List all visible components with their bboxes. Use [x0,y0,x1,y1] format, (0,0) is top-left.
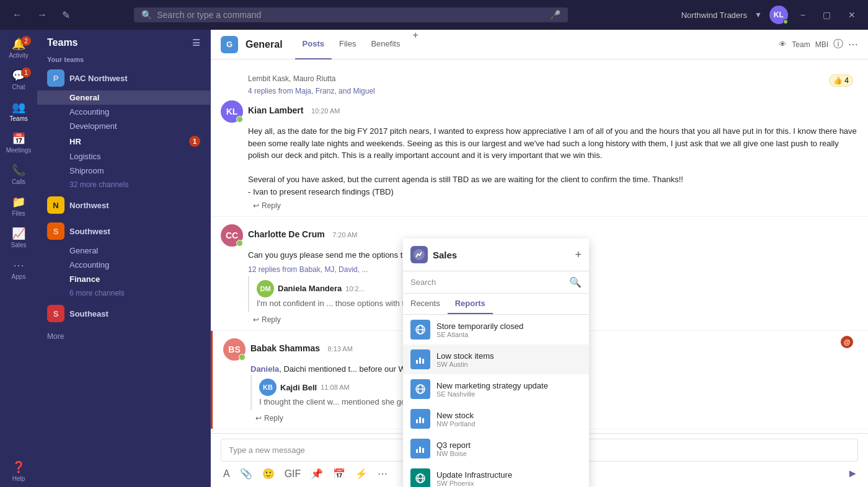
channel-row-accounting[interactable]: Accounting [37,105,210,119]
tab-files[interactable]: Files [332,30,363,59]
compose-button[interactable]: ✎ [57,7,75,24]
dropdown-item-store-closed[interactable]: Store temporarily closed SE Atlanta [403,315,589,344]
avatar-kian: KL [221,100,243,123]
icon-sidebar: 🔔 Activity 2 💬 Chat 1 👥 Teams 📅 Meetings… [0,30,37,487]
dropdown-tab-recents[interactable]: Recents [403,294,448,314]
dropdown-tab-reports[interactable]: Reports [448,294,493,314]
team-name-southwest: Southwest [69,227,185,236]
svg-rect-11 [419,417,421,423]
dropdown-item-marketing[interactable]: New marketing strategy update SE Nashvil… [403,374,589,404]
dropdown-search-input[interactable] [410,278,564,287]
message-placeholder: Type a new message [229,445,305,455]
msg-content-kian: Kian Lambert 10:20 AM [248,105,858,116]
dropdown-item-q3[interactable]: Q3 report NW Boise [403,434,589,463]
view-icon: 👁 [779,40,787,49]
thread-replies-link[interactable]: 4 replies from Maja, Franz, and Miguel [248,87,858,95]
close-button[interactable]: ✕ [843,7,861,22]
sidebar-item-apps[interactable]: ⋯ Apps [0,253,37,285]
search-input[interactable] [157,10,545,20]
dropdown-add-button[interactable]: + [575,248,582,261]
team-row-northwest[interactable]: N Northwest ⋯ [37,193,210,217]
msg-text-kian: Hey all, as the date for the big FY 2017… [248,125,858,198]
reply-button-kian[interactable]: ↩ Reply [248,200,858,211]
chat-badge: 1 [21,68,31,77]
attach-button[interactable]: 📎 [237,465,255,482]
channel-row-sw-finance[interactable]: Finance [37,272,210,286]
reply-icon-babak: ↩ [255,414,262,423]
message-thread-kian: Lembit Kask, Mauro Riutta 4 replies from… [211,69,868,217]
forward-button[interactable]: → [32,7,52,23]
user-avatar[interactable]: KL [769,6,788,24]
send-button[interactable]: ► [847,467,858,480]
dropdown-item-icon-q3 [410,439,430,458]
dropdown-item-infrastructure[interactable]: Update Infrastructure SW Phoenix [403,463,589,487]
sticker-button[interactable]: 📌 [308,465,326,482]
dropdown-items: Store temporarily closed SE Atlanta Low … [403,315,589,487]
minimize-button[interactable]: − [795,7,810,22]
help-circle-icon[interactable]: ⓘ [833,38,843,51]
sidebar-item-chat[interactable]: 💬 Chat 1 [0,64,37,95]
channel-row-logistics[interactable]: Logistics [37,149,210,164]
more-input-button[interactable]: ⋯ [375,465,390,482]
channel-row-hr[interactable]: HR 1 [37,133,210,149]
tab-posts[interactable]: Posts [295,30,332,59]
sidebar-item-files[interactable]: 📁 Files [0,190,37,222]
svg-rect-6 [422,359,424,364]
dropdown-item-new-stock[interactable]: New stock NW Portland [403,404,589,434]
dropdown-item-sub-newstock: NW Portland [436,420,582,428]
sub-time-daniela: 10:2... [345,285,365,292]
sales-icon: 📈 [12,227,25,240]
sidebar-item-calls[interactable]: 📞 Calls [0,159,37,190]
more-channels-sw[interactable]: 6 more channels [37,286,210,300]
calls-icon: 📞 [12,164,25,177]
team-row-pac-northwest[interactable]: P PAC Northwest ⋯ [37,66,210,90]
team-row-southwest[interactable]: S Southwest ⋯ [37,219,210,244]
sub-time-kajdi: 11:08 AM [321,384,349,391]
back-button[interactable]: ← [7,7,27,23]
team-group-southeast: S Southeast ⋯ [37,301,210,326]
calls-label: Calls [12,178,25,185]
mbi-button[interactable]: MBI [815,40,828,49]
dropdown-item-info-q3: Q3 report NW Boise [436,441,582,457]
org-dropdown-icon[interactable]: ▼ [755,11,762,19]
channel-row-shiproom[interactable]: Shiproom [37,164,210,178]
msg-author-kian: Kian Lambert [248,105,303,115]
add-tab-button[interactable]: + [407,30,423,59]
mention-daniela: Daniela [250,364,279,374]
tab-benefits[interactable]: Benefits [363,30,407,59]
channel-row-development[interactable]: Development [37,119,210,133]
sales-label: Sales [11,242,26,248]
dropdown-item-info-lowstock: Low stock items SW Austin [436,351,582,368]
gif-button[interactable]: GIF [282,466,304,482]
team-row-southeast[interactable]: S Southeast ⋯ [37,301,210,326]
sidebar-item-teams[interactable]: 👥 Teams [0,95,37,127]
channel-row-sw-general[interactable]: General [37,244,210,258]
emoji-button[interactable]: 🙂 [260,465,277,482]
dropdown-item-icon-lowstock [410,349,430,369]
more-label[interactable]: More [37,327,210,346]
svg-rect-14 [419,447,421,453]
channel-row-general[interactable]: General [37,90,210,105]
apps-msg-button[interactable]: ⚡ [353,465,370,482]
msg-author-charlotte: Charlotte De Crum [248,229,325,239]
sidebar-item-help[interactable]: ❓ Help [0,455,37,487]
dropdown-item-low-stock[interactable]: Low stock items SW Austin [403,344,589,374]
sidebar-item-activity[interactable]: 🔔 Activity 2 [0,32,37,64]
format-text-button[interactable]: A [221,466,232,482]
msg-time-babak: 8:13 AM [328,345,353,353]
team-icon-southwest: S [47,222,64,240]
maximize-button[interactable]: ▢ [818,7,836,22]
reply-icon: ↩ [253,201,259,210]
schedule-button[interactable]: 📅 [330,465,348,482]
msg-time-charlotte: 7:20 AM [332,231,357,239]
reaction-badge-kian[interactable]: 👍 4 [829,74,853,87]
sidebar-item-meetings[interactable]: 📅 Meetings [0,127,37,159]
filter-icon[interactable]: ☰ [192,38,200,48]
dropdown-item-info-infra: Update Infrastructure SW Phoenix [436,470,582,487]
more-channels-pac[interactable]: 32 more channels [37,178,210,191]
more-options-icon[interactable]: ⋯ [848,38,858,50]
team-name-pac-northwest: PAC Northwest [69,74,185,83]
channel-row-sw-accounting[interactable]: Accounting [37,258,210,272]
team-button[interactable]: Team [792,40,810,49]
sidebar-item-sales[interactable]: 📈 Sales [0,222,37,253]
